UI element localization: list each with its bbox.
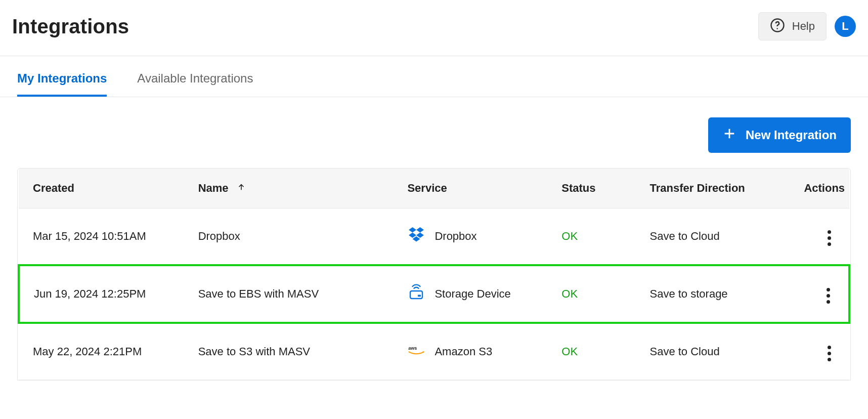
svg-marker-4 [409, 233, 416, 238]
table-row[interactable]: Jun 19, 2024 12:25PM Save to EBS with MA… [19, 265, 849, 323]
storage-device-icon [407, 283, 425, 305]
col-name-label: Name [198, 182, 229, 194]
col-direction[interactable]: Transfer Direction [636, 169, 790, 208]
col-actions-label: Actions [804, 182, 845, 194]
col-direction-label: Transfer Direction [650, 182, 745, 194]
col-actions: Actions [790, 169, 849, 208]
cell-direction: Save to storage [636, 265, 790, 323]
status-badge: OK [561, 287, 578, 300]
help-icon [770, 18, 785, 35]
cell-status: OK [547, 323, 635, 380]
status-badge: OK [561, 345, 578, 358]
row-menu-button[interactable] [822, 285, 834, 307]
dropbox-icon [407, 226, 425, 247]
col-status-label: Status [561, 182, 595, 194]
svg-rect-8 [418, 295, 421, 297]
new-integration-label: New Integration [746, 128, 837, 142]
cell-status: OK [547, 208, 635, 266]
cell-direction: Save to Cloud [636, 323, 790, 380]
cell-service: Dropbox [393, 208, 547, 266]
cell-service: aws Amazon S3 [393, 323, 547, 380]
svg-marker-2 [409, 227, 416, 233]
cell-actions [790, 323, 849, 380]
help-label: Help [792, 20, 815, 33]
table-row[interactable]: Mar 15, 2024 10:51AM Dropbox Dropbox OK … [19, 208, 849, 266]
service-label: Amazon S3 [435, 345, 492, 358]
cell-created: May 22, 2024 2:21PM [19, 323, 184, 380]
status-badge: OK [561, 230, 578, 242]
svg-point-1 [776, 28, 778, 29]
user-avatar[interactable]: L [835, 16, 856, 37]
service-label: Storage Device [435, 287, 510, 301]
page-title: Integrations [12, 15, 129, 38]
svg-marker-3 [416, 227, 424, 233]
cell-name: Save to EBS with MASV [184, 265, 394, 323]
sort-asc-icon [237, 182, 246, 194]
plus-icon [722, 127, 736, 144]
row-menu-button[interactable] [823, 343, 835, 364]
col-status[interactable]: Status [547, 169, 635, 208]
topbar: Integrations Help L [0, 0, 868, 56]
table-header-row: Created Name Service Status Transfer Dir… [19, 169, 849, 208]
cell-service: Storage Device [393, 265, 547, 323]
cell-actions [790, 208, 849, 266]
svg-text:aws: aws [409, 346, 417, 351]
cell-status: OK [547, 265, 635, 323]
toolbar: New Integration [0, 97, 868, 168]
col-service[interactable]: Service [393, 169, 547, 208]
new-integration-button[interactable]: New Integration [708, 117, 851, 153]
aws-icon: aws [407, 341, 425, 362]
service-label: Dropbox [435, 230, 476, 243]
cell-created: Mar 15, 2024 10:51AM [19, 208, 184, 266]
svg-rect-7 [410, 291, 422, 299]
tabs: My Integrations Available Integrations [0, 56, 868, 97]
cell-name: Dropbox [184, 208, 394, 266]
col-service-label: Service [407, 182, 447, 194]
row-menu-button[interactable] [823, 227, 835, 249]
tab-my-integrations[interactable]: My Integrations [17, 56, 107, 97]
svg-marker-6 [413, 236, 420, 242]
cell-created: Jun 19, 2024 12:25PM [19, 265, 184, 323]
tab-available-integrations[interactable]: Available Integrations [137, 56, 253, 97]
help-button[interactable]: Help [758, 12, 827, 40]
svg-marker-5 [416, 233, 424, 238]
cell-name: Save to S3 with MASV [184, 323, 394, 380]
col-created[interactable]: Created [19, 169, 184, 208]
integrations-table: Created Name Service Status Transfer Dir… [17, 168, 851, 381]
avatar-initial: L [842, 20, 848, 33]
topbar-right: Help L [758, 12, 856, 40]
col-name[interactable]: Name [184, 169, 394, 208]
cell-direction: Save to Cloud [636, 208, 790, 266]
table-row[interactable]: May 22, 2024 2:21PM Save to S3 with MASV… [19, 323, 849, 380]
cell-actions [790, 265, 849, 323]
col-created-label: Created [33, 182, 74, 194]
